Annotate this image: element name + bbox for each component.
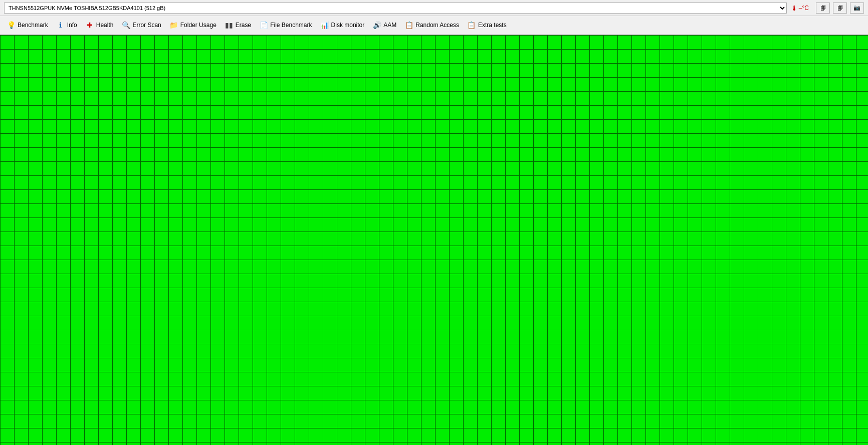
toolbar-erase[interactable]: ▮▮ Erase xyxy=(221,19,255,32)
toolbar-folder-usage[interactable]: 📁 Folder Usage xyxy=(166,19,220,32)
temperature-value: –°C xyxy=(799,5,809,12)
screenshot-button[interactable]: 📷 xyxy=(850,3,864,14)
disk-monitor-icon: 📊 xyxy=(320,21,329,30)
toolbar: 💡 Benchmark ℹ Info ✚ Health 🔍 Error Scan… xyxy=(0,16,868,35)
toolbar-extra-tests[interactable]: 📋 Extra tests xyxy=(464,19,510,32)
copy-button-2[interactable]: 🗐 xyxy=(833,3,847,14)
erase-label: Erase xyxy=(236,22,251,29)
temperature-display: 🌡 –°C xyxy=(791,4,809,12)
toolbar-random-access[interactable]: 📋 Random Access xyxy=(401,19,463,32)
health-label: Health xyxy=(96,22,114,29)
random-access-label: Random Access xyxy=(415,22,459,29)
copy-icon-2: 🗐 xyxy=(837,5,843,11)
disk-monitor-label: Disk monitor xyxy=(331,22,365,29)
toolbar-disk-monitor[interactable]: 📊 Disk monitor xyxy=(317,19,368,32)
title-bar: THNSN5512GPUK NVMe TOSHIBA 512GB5KDA4101… xyxy=(0,0,868,16)
info-icon: ℹ xyxy=(56,21,65,30)
toolbar-error-scan[interactable]: 🔍 Error Scan xyxy=(118,19,164,32)
toolbar-info[interactable]: ℹ Info xyxy=(53,19,81,32)
title-bar-controls: 🌡 –°C 🗐 🗐 📷 xyxy=(791,3,864,14)
toolbar-aam[interactable]: 🔊 AAM xyxy=(369,19,400,32)
main-content-area xyxy=(0,35,868,445)
aam-icon: 🔊 xyxy=(372,21,381,30)
folder-usage-label: Folder Usage xyxy=(180,22,216,29)
file-benchmark-icon: 📄 xyxy=(259,21,268,30)
error-scan-grid xyxy=(0,35,868,445)
erase-icon: ▮▮ xyxy=(225,21,234,30)
thermometer-icon: 🌡 xyxy=(791,4,798,12)
folder-icon: 📁 xyxy=(169,21,178,30)
aam-label: AAM xyxy=(383,22,396,29)
info-label: Info xyxy=(67,22,77,29)
drive-selector[interactable]: THNSN5512GPUK NVMe TOSHIBA 512GB5KDA4101… xyxy=(4,3,787,14)
toolbar-file-benchmark[interactable]: 📄 File Benchmark xyxy=(256,19,315,32)
toolbar-health[interactable]: ✚ Health xyxy=(82,19,117,32)
file-benchmark-label: File Benchmark xyxy=(270,22,312,29)
extra-tests-label: Extra tests xyxy=(478,22,507,29)
extra-tests-icon: 📋 xyxy=(467,21,476,30)
copy-icon-1: 🗐 xyxy=(820,5,826,11)
copy-button-1[interactable]: 🗐 xyxy=(816,3,830,14)
health-icon: ✚ xyxy=(85,21,94,30)
error-scan-icon: 🔍 xyxy=(121,21,130,30)
benchmark-icon: 💡 xyxy=(7,21,16,30)
benchmark-label: Benchmark xyxy=(18,22,48,29)
camera-icon: 📷 xyxy=(853,5,860,11)
error-scan-label: Error Scan xyxy=(132,22,161,29)
random-access-icon: 📋 xyxy=(404,21,413,30)
toolbar-benchmark[interactable]: 💡 Benchmark xyxy=(3,19,52,32)
